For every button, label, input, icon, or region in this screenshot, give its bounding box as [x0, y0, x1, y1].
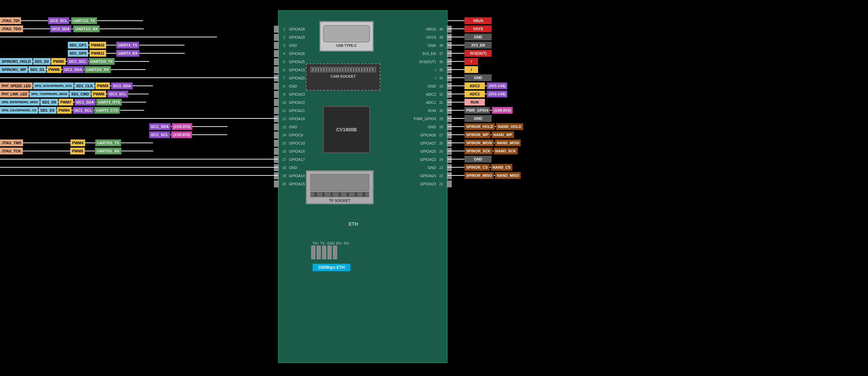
right-pin-numbers: 40 39 38 37 36 35 34 33 32 31 30 29 28 2…: [437, 26, 445, 187]
row-24-right: SPINOR_SCK NAND_SCK: [448, 148, 518, 154]
eth-pins: [311, 246, 337, 259]
row-17: JTAG_TCK PWM5 UART0/1_RX: [0, 148, 153, 154]
row-30-right: RUN: [448, 99, 485, 106]
row-35-right: /: [448, 58, 478, 65]
left-pin-numbers: 1 2 3 4 5 6 7 8 9 10 11 12 13 14 15 16 1…: [281, 26, 288, 187]
row-16: JTAG_TMS PWM4 UART0/1_TX: [0, 139, 153, 146]
usb-typec-label: USB TYPE-C: [336, 44, 357, 48]
row-34-right: /: [448, 66, 478, 73]
eth-speed-label: 100Mbps ETH: [313, 264, 350, 271]
row-5: SD1_GP0 PWM11 UART4_RX: [68, 50, 185, 57]
row-18-gnd: [0, 156, 278, 163]
row-19: [0, 164, 278, 171]
row-36-right: 3V3(OUT): [448, 50, 492, 57]
usb-typec: USB TYPE-C: [319, 21, 374, 52]
right-gpio-labels: VBUS VSYS GND 3V3_EN 3V3(OUT) / / GND AD…: [410, 26, 437, 187]
row-10: PHY_LINK_LED SPI2_TX/SPINOR1_MOSI SD1_CM…: [0, 91, 149, 97]
row-7: SPINOR1_WP SD1_D1 PWM6 I2C1_SDA UART2/3_…: [0, 66, 145, 73]
row-25-right: SPINOR_MOSI NAND_MOSI: [448, 139, 521, 146]
board: USB TYPE-C CAM SOCKET CV1800B: [278, 10, 448, 363]
row-33-right: GND: [448, 74, 492, 81]
row-37-right: 3V3_EN: [448, 42, 492, 49]
row-11: SPI2_RX/SPINOR1_MISO SD1_D0 PWM7 I2C1_SD…: [0, 99, 146, 106]
row-31-right: ADC1 (3V3-1V8): [448, 91, 507, 97]
row-20: [0, 172, 278, 179]
row-4: SD1_GP1 PWM10 UART4_TX: [68, 42, 184, 49]
row-28-right: GND: [448, 115, 492, 122]
row-22-right: SPINOR_CS NAND_CS: [448, 164, 512, 171]
row-23-right: GND: [448, 156, 492, 163]
row-29-right: PWR_GPIO4 (1V8-3V3): [448, 107, 513, 114]
row-9: PHY_SPEED_LED SPI2_SCK/SPINOR1_SCK SD1_C…: [0, 82, 153, 89]
cam-socket: CAM SOCKET: [306, 63, 380, 91]
row-38-right: GND: [448, 34, 492, 40]
cam-socket-label: CAM SOCKET: [331, 74, 356, 78]
row-21-right: SPINOR_MISO NAND_MISO: [448, 172, 521, 179]
row-8-gnd: [0, 74, 278, 81]
left-gpio-labels: GPIOA28 GPIOA29 GND GPIOA26 GPIOA25 GPIO…: [288, 26, 313, 187]
row-6: SPINOR1_HOLD SD1_D2 PWM5 I2C1_SCL UART2/…: [0, 58, 149, 65]
row-40-right: VBUS: [448, 17, 492, 24]
row-39-right: VSYS: [448, 25, 492, 32]
row-14: I2C1_SDA (1V8-3V3): [149, 123, 228, 130]
eth-txrx: TX+TX-GNDRX+RX-: [313, 242, 350, 245]
tf-socket-label: TF SOCKET: [329, 199, 350, 203]
left-pin-connectors: [274, 26, 279, 187]
row-15: I2C1_SCL (1V8-3V3): [149, 131, 227, 138]
chip-cv1800b: CV1800B: [323, 106, 370, 153]
pinout-diagram: USB TYPE-C CAM SOCKET CV1800B: [0, 0, 868, 376]
row-27-right: SPINOR_HOLD NAND_HOLD: [448, 123, 523, 130]
row-12: SPI2_CSn/SPINOR1_CS SD1_D3 PWM4 I2C1_SCL…: [0, 107, 144, 114]
row-3-gnd: [0, 34, 217, 40]
row-26-right: SPINOR_WP NAND_WP: [448, 131, 514, 138]
tf-socket: TF SOCKET: [306, 170, 374, 204]
row-2-jtag-tdo: JTAG_TDO I2C0_SDA UART1/2_RX: [0, 25, 144, 32]
eth-label: ETH: [333, 221, 374, 227]
chip-label: CV1800B: [336, 127, 357, 132]
row-32-right: ADC2 (3V3-1V8): [448, 82, 507, 89]
row-13-gnd: [0, 115, 278, 122]
row-1-jtag-tdi: JTAG_TDI I2C0_SCL UART1/2_TX: [0, 17, 143, 24]
